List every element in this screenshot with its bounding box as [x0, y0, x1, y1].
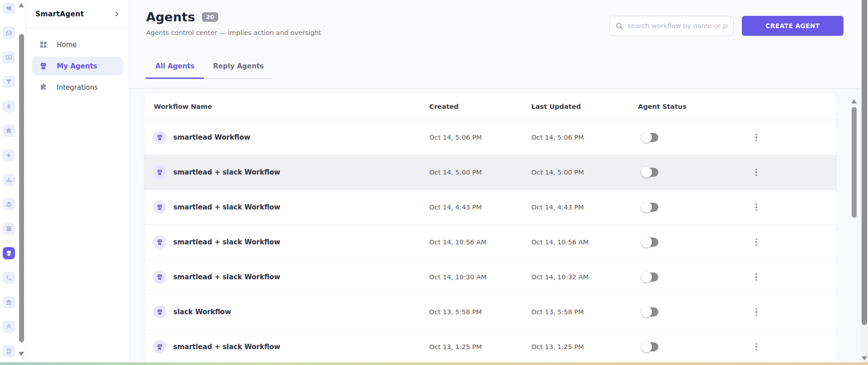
sidebar-item-home[interactable]: Home	[32, 35, 123, 54]
bar-chart-icon[interactable]	[3, 174, 15, 186]
workflow-name: smartlead Workflow	[173, 133, 250, 141]
created-date: Oct 13, 5:58 PM	[429, 308, 531, 316]
page-title: Agents	[146, 10, 195, 24]
robot-avatar-icon	[153, 340, 167, 354]
window-scrollbar	[861, 0, 868, 365]
inbox-icon[interactable]	[3, 27, 15, 39]
funnel-icon[interactable]	[3, 76, 15, 88]
row-menu-button[interactable]	[754, 236, 759, 249]
row-menu-button[interactable]	[754, 306, 759, 319]
workflow-name: smartlead + slack Workflow	[173, 168, 280, 176]
created-date: Oct 13, 1:25 PM	[429, 343, 531, 350]
toggle-knob	[641, 132, 652, 143]
search-input[interactable]	[628, 22, 728, 29]
column-header-agent-status: Agent Status	[638, 103, 754, 110]
agent-status-cell	[638, 238, 754, 247]
table-row[interactable]: smartlead + slack Workflow Oct 14, 5:00 …	[144, 155, 836, 190]
app-window: $ SmartAgent HomeMy AgentsIntegrations A…	[0, 0, 868, 365]
book-icon[interactable]	[3, 345, 15, 357]
agent-status-toggle[interactable]	[642, 307, 658, 316]
sidebar-nav: HomeMy AgentsIntegrations	[26, 28, 129, 107]
chevron-right-icon[interactable]	[113, 11, 120, 17]
row-menu-button[interactable]	[754, 166, 759, 179]
agent-status-toggle[interactable]	[642, 273, 658, 282]
table-header-row: Workflow Name Created Last Updated Agent…	[144, 93, 836, 120]
tab-bar: All Agents Reply Agents	[146, 57, 868, 79]
column-header-workflow-name: Workflow Name	[144, 103, 429, 110]
toggle-knob	[641, 167, 652, 178]
workflow-name: slack Workflow	[173, 308, 231, 316]
rail-scrollbar	[17, 0, 26, 365]
agent-status-toggle[interactable]	[642, 238, 658, 247]
agent-status-toggle[interactable]	[642, 203, 658, 212]
updated-date: Oct 14, 10:32 AM	[531, 273, 638, 281]
sidebar-item-my-agents[interactable]: My Agents	[32, 57, 123, 75]
dollar-icon[interactable]: $	[3, 100, 15, 112]
rail-scrollbar-thumb[interactable]	[19, 34, 24, 342]
table-row[interactable]: smartlead + slack Workflow Oct 14, 4:43 …	[144, 190, 836, 225]
megaphone-icon[interactable]	[3, 2, 15, 15]
sidebar-item-integrations[interactable]: Integrations	[32, 78, 123, 97]
support-icon[interactable]	[3, 321, 15, 333]
toggle-knob	[641, 341, 652, 352]
agent-status-cell	[638, 273, 754, 282]
route-icon[interactable]	[3, 272, 15, 284]
puzzle-icon	[39, 83, 48, 92]
row-menu-button[interactable]	[754, 341, 759, 354]
sidebar-item-label: Integrations	[57, 83, 98, 92]
grid-icon	[39, 40, 48, 49]
robot-icon[interactable]	[3, 247, 15, 259]
created-date: Oct 14, 10:30 AM	[429, 273, 531, 281]
created-date: Oct 14, 4:43 PM	[429, 204, 531, 211]
table-row[interactable]: smartlead Workflow Oct 14, 5:06 PM Oct 1…	[144, 120, 836, 155]
workflow-name-cell: smartlead + slack Workflow	[144, 165, 429, 179]
bank-icon[interactable]	[3, 296, 15, 308]
row-menu-button[interactable]	[754, 201, 759, 214]
window-scroll-down-arrow-icon[interactable]	[862, 356, 867, 360]
table-body: smartlead Workflow Oct 14, 5:06 PM Oct 1…	[144, 120, 836, 365]
robot-avatar-icon	[153, 235, 167, 249]
toggle-knob	[641, 237, 652, 248]
created-date: Oct 14, 5:06 PM	[429, 134, 531, 141]
agent-status-toggle[interactable]	[642, 342, 658, 351]
icon-rail: $	[0, 0, 17, 365]
page-header: Agents 20 Agents control center — implie…	[129, 0, 868, 36]
search-box[interactable]	[609, 16, 734, 36]
table-row[interactable]: smartlead + slack Workflow Oct 13, 1:25 …	[144, 330, 836, 365]
agent-status-toggle[interactable]	[642, 168, 658, 177]
robot-avatar-icon	[153, 165, 167, 179]
updated-date: Oct 14, 5:00 PM	[531, 169, 638, 176]
scroll-down-arrow-icon[interactable]	[19, 352, 24, 356]
workflow-name-cell: smartlead + slack Workflow	[144, 200, 429, 214]
tab-reply-agents[interactable]: Reply Agents	[204, 57, 273, 79]
mail-x-icon[interactable]	[3, 51, 15, 63]
create-agent-button[interactable]: CREATE AGENT	[742, 16, 843, 36]
tab-all-agents[interactable]: All Agents	[146, 57, 204, 79]
content-scroll-up-arrow-icon[interactable]	[851, 99, 857, 103]
agent-status-cell	[638, 203, 754, 212]
scroll-up-arrow-icon[interactable]	[19, 3, 24, 7]
agent-status-toggle[interactable]	[642, 133, 658, 142]
row-menu-button[interactable]	[754, 271, 759, 284]
layers-icon[interactable]	[3, 198, 15, 210]
column-header-created: Created	[429, 103, 531, 110]
updated-date: Oct 13, 5:58 PM	[531, 308, 638, 316]
agent-status-cell	[638, 133, 754, 142]
workflow-name-cell: smartlead + slack Workflow	[144, 270, 429, 284]
bolt-icon[interactable]	[3, 149, 15, 161]
server-icon[interactable]	[3, 223, 15, 235]
table-row[interactable]: slack Workflow Oct 13, 5:58 PM Oct 13, 5…	[144, 295, 836, 330]
table-row[interactable]: smartlead + slack Workflow Oct 14, 10:56…	[144, 225, 836, 260]
title-block: Agents 20 Agents control center — implie…	[146, 10, 321, 36]
puzzle-icon[interactable]	[3, 125, 15, 137]
workflow-name: smartlead + slack Workflow	[173, 203, 280, 211]
sidebar-item-label: Home	[57, 41, 77, 49]
row-menu-button[interactable]	[754, 131, 759, 144]
window-scrollbar-thumb[interactable]	[862, 0, 867, 325]
header-controls: CREATE AGENT	[609, 16, 843, 36]
bottom-gradient-strip	[0, 362, 868, 365]
content-scrollbar-thumb[interactable]	[852, 107, 857, 218]
table-row[interactable]: smartlead + slack Workflow Oct 14, 10:30…	[144, 260, 836, 295]
updated-date: Oct 14, 10:56 AM	[531, 238, 638, 246]
robot-avatar-icon	[153, 270, 167, 284]
